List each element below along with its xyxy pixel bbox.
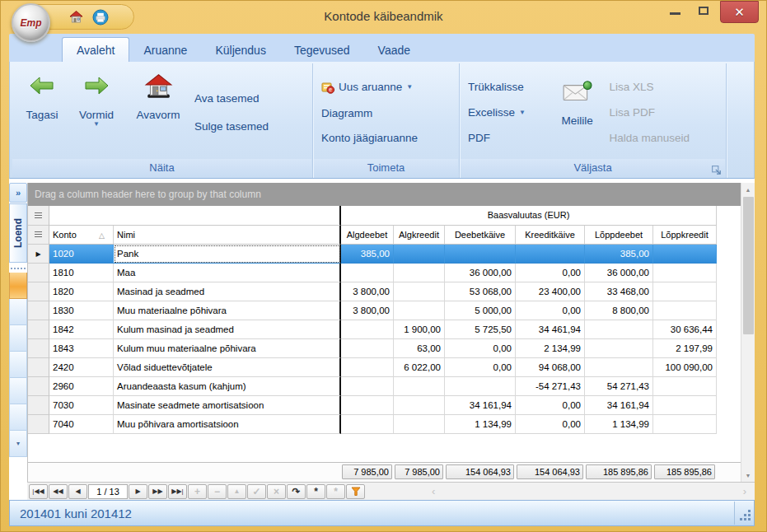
grid-cell[interactable] (653, 245, 717, 264)
resize-grip[interactable] (734, 502, 754, 525)
grid-cell[interactable] (653, 282, 717, 301)
row-indicator[interactable] (28, 358, 49, 377)
sidebar-segment[interactable] (9, 404, 27, 431)
grid-cell[interactable]: 3 800,00 (341, 282, 394, 301)
row-indicator[interactable] (28, 320, 49, 339)
grid-cell[interactable]: 1810 (49, 264, 114, 282)
scrollbar-thumb[interactable] (743, 197, 754, 334)
grid-cell[interactable]: Pank (114, 245, 341, 264)
grid-cell[interactable]: 36 000,00 (445, 264, 516, 282)
grid-cell[interactable]: 5 000,00 (445, 301, 516, 320)
grid-cell[interactable]: Masinad ja seadmed (114, 282, 341, 301)
grid-cell[interactable] (516, 245, 585, 264)
column-header-lõppdeebet[interactable]: Lõppdeebet (585, 226, 653, 245)
grid-cell[interactable]: 8 800,00 (585, 301, 653, 320)
grid-cell[interactable]: Muu põhivara amortisatsioon (114, 415, 341, 434)
pdf-export-button[interactable]: PDF (465, 130, 549, 146)
grid-cell[interactable]: 2 197,99 (653, 339, 717, 358)
grid-cell[interactable]: 385,00 (341, 245, 394, 264)
grid-cell[interactable]: 7040 (49, 415, 114, 434)
grid-cell[interactable] (341, 396, 394, 415)
grid-cell[interactable] (394, 415, 445, 434)
grid-cell[interactable] (394, 245, 445, 264)
grid-cell[interactable]: Kulum masinad ja seadmed (114, 320, 341, 339)
scroll-down-icon[interactable]: ▼ (741, 469, 755, 482)
grid-cell[interactable] (394, 377, 445, 396)
grid-cell[interactable]: 2420 (49, 358, 114, 377)
sidebar-segment[interactable] (9, 352, 27, 378)
row-indicator[interactable] (28, 415, 49, 434)
prev-page-button[interactable]: ◀◀ (49, 484, 68, 499)
row-indicator[interactable] (28, 282, 49, 301)
grid-cell[interactable] (341, 377, 394, 396)
table-row[interactable]: 1810Maa36 000,000,0036 000,00 (28, 264, 741, 282)
vertical-scrollbar[interactable]: ▲ ▼ (741, 183, 755, 482)
maximize-button[interactable] (691, 1, 716, 20)
sidebar-scroll-down[interactable]: ▾ (9, 431, 27, 457)
grid-cell[interactable]: 1843 (49, 339, 114, 358)
account-balance-report-button[interactable]: Konto jäägiaruanne (318, 130, 454, 146)
grid-cell[interactable] (394, 396, 445, 415)
sidebar-segment[interactable] (9, 378, 27, 404)
next-page-button[interactable]: ▶▶ (148, 484, 167, 499)
grid-cell[interactable] (445, 245, 516, 264)
next-record-button[interactable]: ▶ (129, 484, 147, 499)
table-row[interactable]: 7030Masinate seadmete amortisatsioon34 1… (28, 396, 741, 415)
grid-cell[interactable] (653, 301, 717, 320)
grid-cell[interactable]: 0,00 (516, 264, 585, 282)
grid-cell[interactable]: 34 161,94 (585, 396, 653, 415)
open-levels-button[interactable]: Ava tasemed (191, 91, 303, 106)
grid-cell[interactable]: 1830 (49, 301, 114, 320)
sidebar-segment[interactable] (9, 299, 27, 325)
grid-cell[interactable]: Aruandeaasta kasum (kahjum) (114, 377, 341, 396)
table-row[interactable]: 1830Muu materiaalne põhivara3 800,005 00… (28, 301, 741, 320)
grid-cell[interactable] (341, 320, 394, 339)
minimize-button[interactable] (662, 1, 687, 20)
excel-export-button[interactable]: Excelisse▼ (465, 105, 549, 120)
table-row[interactable]: 1842Kulum masinad ja seadmed1 900,005 72… (28, 320, 741, 339)
grid-cell[interactable]: 34 461,94 (516, 320, 585, 339)
grid-cell[interactable]: 63,00 (394, 339, 445, 358)
grid-cell[interactable]: 3 800,00 (341, 301, 394, 320)
horizontal-scrollbar[interactable]: ‹› (366, 485, 755, 497)
scroll-left-icon[interactable]: ‹ (432, 485, 435, 497)
grid-cell[interactable]: Maa (114, 264, 341, 282)
table-row[interactable]: 2960Aruandeaasta kasum (kahjum)-54 271,4… (28, 377, 741, 396)
column-header-kreeditkäive[interactable]: Kreeditkäive (516, 226, 585, 245)
grid-cell[interactable] (394, 301, 445, 320)
grid-cell[interactable] (653, 396, 717, 415)
tab-aruanne[interactable]: Aruanne (129, 38, 201, 62)
grid-cell[interactable] (653, 415, 717, 434)
grid-cell[interactable]: 0,00 (445, 358, 516, 377)
grid-cell[interactable]: 0,00 (516, 396, 585, 415)
grid-cell[interactable]: Masinate seadmete amortisatsioon (114, 396, 341, 415)
grid-cell[interactable]: 1820 (49, 282, 114, 301)
grid-cell[interactable]: 100 090,00 (653, 358, 717, 377)
refresh-button[interactable]: ↷ (287, 484, 306, 499)
grid-cell[interactable]: 23 400,00 (516, 282, 585, 301)
grid-cell[interactable]: 36 000,00 (585, 264, 653, 282)
new-report-button[interactable]: e Uus aruanne ▼ (318, 79, 454, 96)
row-indicator[interactable] (28, 396, 49, 415)
grid-cell[interactable]: Võlad siduettevõtjatele (114, 358, 341, 377)
tab-vaade[interactable]: Vaade (364, 38, 424, 62)
grid-cell[interactable] (394, 282, 445, 301)
sidebar-splitter[interactable] (11, 264, 26, 272)
sidebar-tab-loend[interactable]: Loend (9, 203, 27, 263)
table-row[interactable]: 1820Masinad ja seadmed3 800,0053 068,002… (28, 282, 741, 301)
table-row[interactable]: 1843Kulum muu materiaalne põhivara63,000… (28, 339, 741, 358)
column-header-lõppkreedit[interactable]: Lõppkreedit (653, 226, 717, 245)
grid-cell[interactable]: 2 134,99 (516, 339, 585, 358)
row-indicator[interactable] (28, 339, 49, 358)
tab-tegevused[interactable]: Tegevused (280, 38, 364, 62)
grid-cell[interactable] (653, 377, 717, 396)
scroll-up-icon[interactable]: ▲ (741, 183, 755, 196)
forms-dropdown-button[interactable]: Vormid ▼ (68, 66, 125, 159)
grid-cell[interactable]: Kulum muu materiaalne põhivara (114, 339, 341, 358)
column-header-deebetkäive[interactable]: Deebetkäive (445, 226, 516, 245)
grid-cell[interactable]: 34 161,94 (445, 396, 516, 415)
sidebar-collapse-button[interactable]: » (9, 183, 27, 203)
grid-cell[interactable] (394, 264, 445, 282)
grid-cell[interactable]: 1 900,00 (394, 320, 445, 339)
table-row[interactable]: 2420Võlad siduettevõtjatele6 022,000,009… (28, 358, 741, 377)
